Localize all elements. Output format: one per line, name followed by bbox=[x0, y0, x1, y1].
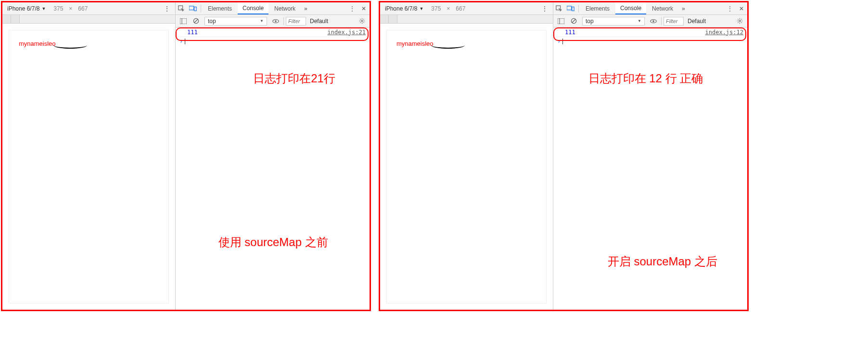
device-toolbar: iPhone 6/7/8 ▼ 375 × 667 ⋮ bbox=[2, 2, 175, 15]
viewport-height[interactable]: 667 bbox=[76, 5, 89, 12]
page-text: mynameisleo bbox=[19, 40, 56, 47]
context-value: top bbox=[208, 18, 216, 25]
devtools-header-right: ⋮ ✕ bbox=[346, 3, 370, 14]
svg-rect-2 bbox=[194, 7, 196, 11]
device-preview-pane: iPhone 6/7/8 ▼ 375 × 667 ⋮ mynameisleo bbox=[2, 2, 176, 310]
page-graphic bbox=[53, 42, 87, 49]
console-log-row: 111 index.js:12 bbox=[553, 27, 747, 37]
kebab-menu-icon[interactable]: ⋮ bbox=[161, 5, 173, 13]
svg-point-9 bbox=[361, 20, 363, 22]
cursor bbox=[185, 39, 185, 44]
annotation-log-line: 日志打印在 12 行 正确 bbox=[588, 71, 703, 86]
device-select[interactable]: iPhone 6/7/8 ▼ bbox=[4, 5, 49, 12]
prompt-icon: › bbox=[557, 38, 562, 45]
context-select[interactable]: top ▼ bbox=[204, 17, 267, 26]
filter-input[interactable] bbox=[664, 17, 684, 26]
device-preview-pane: iPhone 6/7/8 ▼ 375 × 667 ⋮ mynameisleo bbox=[380, 2, 553, 310]
dimension-separator: × bbox=[446, 5, 451, 12]
devtools-header-right: ⋮ ✕ bbox=[724, 3, 747, 14]
context-value: top bbox=[586, 18, 594, 25]
more-tabs-icon[interactable]: » bbox=[679, 5, 688, 12]
context-select[interactable]: top ▼ bbox=[582, 17, 645, 26]
browser-tab-strip bbox=[380, 15, 553, 24]
tab-stub[interactable] bbox=[11, 15, 20, 23]
svg-rect-12 bbox=[572, 7, 574, 11]
tab-elements[interactable]: Elements bbox=[203, 2, 237, 14]
more-tabs-icon[interactable]: » bbox=[301, 5, 310, 12]
kebab-menu-icon[interactable]: ⋮ bbox=[724, 3, 736, 14]
console-toolbar: top ▼ Default bbox=[176, 15, 370, 27]
tab-stub[interactable] bbox=[2, 15, 11, 23]
svg-point-19 bbox=[739, 20, 740, 22]
tab-stub[interactable] bbox=[389, 15, 397, 23]
devtools-wrapper: iPhone 6/7/8 ▼ 375 × 667 ⋮ mynameisleo bbox=[380, 2, 747, 310]
settings-icon[interactable] bbox=[356, 16, 368, 26]
console-output: 111 index.js:12 › 日志打印在 12 行 正确 开启 sourc… bbox=[553, 27, 747, 310]
filter-input[interactable] bbox=[286, 17, 306, 26]
prompt-icon: › bbox=[179, 38, 185, 45]
log-source-link[interactable]: index.js:21 bbox=[328, 29, 366, 36]
tab-network[interactable]: Network bbox=[647, 2, 678, 14]
settings-icon[interactable] bbox=[734, 16, 745, 26]
console-output: 111 index.js:21 › 日志打印在21行 使用 sourceMap … bbox=[176, 27, 370, 310]
page-graphic bbox=[431, 42, 465, 49]
live-expression-icon[interactable] bbox=[270, 16, 281, 26]
svg-point-8 bbox=[275, 20, 277, 22]
console-log-row: 111 index.js:21 bbox=[176, 27, 370, 37]
tab-network[interactable]: Network bbox=[269, 2, 300, 14]
viewport-width[interactable]: 375 bbox=[51, 5, 65, 12]
device-select[interactable]: iPhone 6/7/8 ▼ bbox=[382, 5, 426, 12]
viewport-width[interactable]: 375 bbox=[429, 5, 443, 12]
tab-elements[interactable]: Elements bbox=[581, 2, 614, 14]
devtools-wrapper: iPhone 6/7/8 ▼ 375 × 667 ⋮ mynameisleo bbox=[2, 2, 370, 310]
close-icon[interactable]: ✕ bbox=[358, 3, 370, 14]
device-name: iPhone 6/7/8 bbox=[385, 5, 417, 12]
svg-rect-3 bbox=[180, 18, 187, 24]
devtools-tabs: Elements Console Network » bbox=[581, 2, 688, 14]
device-name: iPhone 6/7/8 bbox=[7, 5, 39, 12]
devtools-pane: Elements Console Network » ⋮ ✕ t bbox=[176, 2, 370, 310]
log-level-select[interactable]: Default bbox=[685, 18, 709, 25]
svg-rect-13 bbox=[558, 18, 564, 24]
svg-line-6 bbox=[194, 19, 197, 23]
device-toggle-icon[interactable] bbox=[187, 3, 199, 14]
separator bbox=[578, 5, 579, 13]
tab-console[interactable]: Console bbox=[615, 2, 646, 14]
inspect-icon[interactable] bbox=[176, 3, 187, 14]
close-icon[interactable]: ✕ bbox=[736, 3, 747, 14]
clear-console-icon[interactable] bbox=[568, 16, 579, 26]
kebab-menu-icon[interactable]: ⋮ bbox=[346, 3, 358, 14]
log-source-link[interactable]: index.js:12 bbox=[705, 29, 743, 36]
log-level-select[interactable]: Default bbox=[307, 18, 331, 25]
device-toggle-icon[interactable] bbox=[565, 3, 576, 14]
separator bbox=[201, 5, 201, 13]
sidebar-toggle-icon[interactable] bbox=[555, 16, 567, 26]
sidebar-toggle-icon[interactable] bbox=[178, 16, 189, 26]
dropdown-icon: ▼ bbox=[638, 19, 641, 23]
dimension-separator: × bbox=[68, 5, 73, 12]
clear-console-icon[interactable] bbox=[190, 16, 202, 26]
console-prompt[interactable]: › bbox=[553, 37, 747, 46]
log-message: 111 bbox=[179, 29, 198, 36]
annotation-log-line: 日志打印在21行 bbox=[253, 71, 335, 86]
devtools-header: Elements Console Network » ⋮ ✕ bbox=[553, 2, 747, 15]
svg-rect-1 bbox=[189, 6, 194, 10]
tab-stub[interactable] bbox=[380, 15, 389, 23]
svg-rect-11 bbox=[567, 6, 572, 10]
annotation-caption: 开启 sourceMap 之后 bbox=[608, 254, 717, 269]
kebab-menu-icon[interactable]: ⋮ bbox=[538, 5, 551, 13]
tab-console[interactable]: Console bbox=[238, 2, 268, 14]
inspect-icon[interactable] bbox=[553, 3, 565, 14]
page-text: mynameisleo bbox=[396, 40, 434, 47]
live-expression-icon[interactable] bbox=[648, 16, 659, 26]
device-viewport: mynameisleo bbox=[9, 30, 168, 303]
dropdown-icon: ▼ bbox=[260, 19, 264, 23]
device-toolbar: iPhone 6/7/8 ▼ 375 × 667 ⋮ bbox=[380, 2, 553, 15]
log-message: 111 bbox=[557, 29, 575, 36]
console-prompt[interactable]: › bbox=[176, 37, 370, 46]
dropdown-icon: ▼ bbox=[41, 6, 46, 11]
svg-point-18 bbox=[652, 20, 654, 22]
viewport-height[interactable]: 667 bbox=[454, 5, 467, 12]
svg-line-16 bbox=[572, 19, 575, 23]
annotation-caption: 使用 sourceMap 之前 bbox=[218, 235, 328, 250]
